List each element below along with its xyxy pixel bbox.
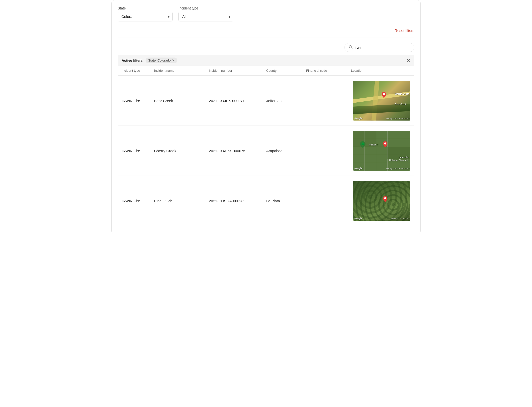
col-county: County — [266, 69, 306, 72]
search-box — [345, 43, 414, 52]
cell-incident-name: Pine Gulch — [154, 199, 209, 203]
cell-incident-number: 2021-COJEX-000071 — [209, 99, 266, 103]
svg-line-1 — [352, 48, 353, 49]
svg-point-3 — [384, 142, 386, 144]
filter-row: State Colorado California Oregon Washing… — [118, 6, 414, 25]
state-label: State — [118, 6, 173, 10]
filter-chip-state: State: Colorado ✕ — [146, 58, 177, 63]
close-filters-button[interactable]: ✕ — [407, 58, 410, 63]
col-location: Location — [351, 69, 410, 72]
incident-type-select-wrapper: All Fire Flood Earthquake — [178, 12, 233, 21]
cell-incident-name: Cherry Creek — [154, 149, 209, 153]
map-pin-cherry-creek — [383, 141, 387, 148]
cell-county: Arapahoe — [266, 149, 306, 153]
church-label: HuntsvilleHoliness Church ✝ — [389, 156, 408, 162]
google-watermark: Google — [355, 167, 362, 170]
survey-watermark: Survey, USDA/FPAC/GEO — [386, 117, 409, 120]
svg-point-4 — [384, 197, 386, 199]
cell-incident-number: 2021-COSUA-000289 — [209, 199, 266, 203]
cell-incident-name: Bear Creek — [154, 99, 209, 103]
cell-incident-number: 2021-COAPX-000075 — [209, 149, 266, 153]
search-icon — [349, 45, 353, 50]
state-filter-group: State Colorado California Oregon Washing… — [118, 6, 173, 21]
google-watermark: Google — [355, 217, 362, 220]
cell-county: Jefferson — [266, 99, 306, 103]
philpot-label: Philpot P — [369, 143, 378, 146]
cell-incident-type: IRWIN Fire. — [122, 99, 154, 103]
cell-location: 🌲 Philpot P HuntsvilleHoliness Church ✝ … — [351, 131, 410, 171]
col-financial-code: Financial code — [306, 69, 351, 72]
cell-county: La Plata — [266, 199, 306, 203]
col-incident-number: Incident number — [209, 69, 266, 72]
active-filters-left: Active filters State: Colorado ✕ — [122, 58, 177, 63]
search-row — [118, 38, 414, 55]
col-incident-name: Incident name — [154, 69, 209, 72]
table-row: IRWIN Fire. Pine Gulch 2021-COSUA-000289… — [118, 176, 414, 226]
survey-watermark: IMRGIS, USDA/GEO — [391, 217, 409, 220]
map-thumbnail-cherry-creek[interactable]: 🌲 Philpot P HuntsvilleHoliness Church ✝ … — [353, 131, 410, 171]
green-pin: 🌲 — [360, 141, 365, 147]
table-row: IRWIN Fire. Bear Creek 2021-COJEX-000071… — [118, 76, 414, 126]
survey-watermark: Survey, USDA/FPAC/GEO — [386, 167, 409, 170]
map-thumbnail-bear-creek[interactable]: Morrison Rd Bear Creek Google Survey, US… — [353, 81, 410, 121]
map-pin-pine-gulch — [383, 196, 387, 203]
cell-incident-type: IRWIN Fire. — [122, 199, 154, 203]
map-thumbnail-pine-gulch[interactable]: Google IMRGIS, USDA/GEO — [353, 181, 410, 221]
cell-location: Morrison Rd Bear Creek Google Survey, US… — [351, 81, 410, 121]
creek-label: Bear Creek — [395, 103, 406, 105]
col-incident-type: Incident type — [122, 69, 154, 72]
road-label: Morrison Rd — [395, 93, 409, 95]
state-select-wrapper: Colorado California Oregon Washington — [118, 12, 173, 21]
reset-row: Reset filters — [118, 25, 414, 38]
table-header: Incident type Incident name Incident num… — [118, 66, 414, 76]
table-row: IRWIN Fire. Cherry Creek 2021-COAPX-0000… — [118, 126, 414, 176]
cell-incident-type: IRWIN Fire. — [122, 149, 154, 153]
filter-chip-text: State: Colorado — [148, 59, 171, 62]
incident-type-filter-group: Incident type All Fire Flood Earthquake — [178, 6, 233, 21]
reset-filters-button[interactable]: Reset filters — [395, 27, 414, 34]
google-watermark: Google — [355, 117, 362, 120]
search-input[interactable] — [355, 45, 410, 50]
page-container: State Colorado California Oregon Washing… — [111, 0, 421, 234]
active-filters-bar: Active filters State: Colorado ✕ ✕ — [118, 55, 414, 66]
incident-type-select[interactable]: All Fire Flood Earthquake — [178, 12, 233, 21]
active-filters-label: Active filters — [122, 59, 143, 63]
map-pin-bear-creek — [382, 92, 386, 98]
table-wrapper: Incident type Incident name Incident num… — [118, 66, 414, 226]
state-select[interactable]: Colorado California Oregon Washington — [118, 12, 173, 21]
cell-location: Google IMRGIS, USDA/GEO — [351, 181, 410, 221]
incident-type-label: Incident type — [178, 6, 233, 10]
chip-close-button[interactable]: ✕ — [172, 59, 175, 62]
svg-point-2 — [383, 93, 385, 95]
